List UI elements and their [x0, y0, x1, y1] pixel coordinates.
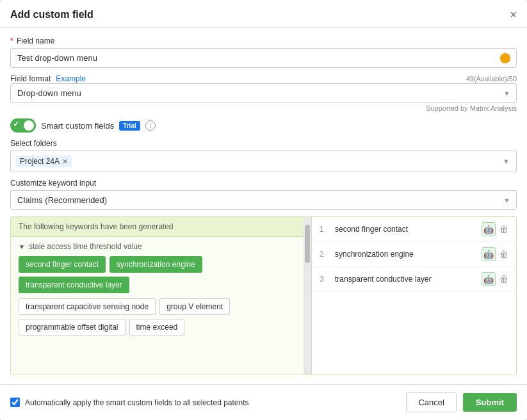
field-format-select-wrapper: Drop-down menu ▼	[10, 83, 517, 103]
folders-tag-input[interactable]: Project 24A ✕ ▼	[10, 150, 517, 172]
keyword-tag-unselected-4[interactable]: time exceed	[129, 319, 185, 335]
toggle-track[interactable]	[10, 118, 36, 133]
modal-header: Add custom field ×	[0, 0, 527, 28]
chevron-down-icon: ▼	[19, 243, 25, 250]
item-text-3: transparent conductive layer	[335, 275, 476, 284]
item-number-1: 1	[320, 225, 330, 234]
folders-dropdown-arrow-icon: ▼	[503, 158, 510, 165]
field-format-select[interactable]: Drop-down menu	[10, 83, 517, 103]
trash-icon-1[interactable]: 🗑	[499, 224, 508, 234]
robot-icon-2[interactable]: 🤖	[482, 247, 496, 261]
auto-apply-label: Automatically apply the smart custom fie…	[25, 398, 249, 407]
item-text-1: second finger contact	[335, 225, 476, 234]
robot-icon-3[interactable]: 🤖	[482, 272, 496, 286]
item-actions-1: 🤖 🗑	[482, 222, 508, 236]
select-folders-label: Select folders	[10, 139, 517, 148]
example-link[interactable]: Example	[56, 74, 86, 83]
field-name-label: * Field name	[10, 36, 517, 45]
add-custom-field-modal: Add custom field × * Field name Field fo…	[0, 0, 527, 420]
keyword-tag-selected-2[interactable]: synchronization engine	[109, 256, 202, 273]
trash-icon-2[interactable]: 🗑	[499, 249, 508, 259]
keyword-tag-unselected-3[interactable]: programmable offset digital	[19, 319, 126, 335]
toggle-knob	[24, 120, 34, 131]
robot-icon-1[interactable]: 🤖	[482, 222, 496, 236]
modal-title: Add custom field	[10, 9, 93, 20]
info-icon[interactable]: i	[145, 120, 156, 131]
smart-fields-label: Smart custom fields	[41, 121, 114, 131]
item-text-2: synchronization engine	[335, 250, 476, 259]
keywords-content: ▼ stale access time threshold value seco…	[11, 237, 311, 346]
keywords-group-header[interactable]: ▼ stale access time threshold value	[19, 242, 304, 251]
available-count: 49(Available)/50	[466, 75, 517, 83]
folder-tag-close[interactable]: ✕	[62, 158, 68, 166]
smart-fields-row: Smart custom fields Trial i	[10, 118, 517, 133]
keyword-input-select[interactable]: Claims (Recommended)	[10, 190, 517, 210]
keyword-list-item-1: 1 second finger contact 🤖 🗑	[312, 217, 516, 242]
field-name-section: * Field name	[10, 36, 517, 68]
footer-checkbox-row: Automatically apply the smart custom fie…	[10, 398, 400, 407]
cancel-button[interactable]: Cancel	[406, 392, 456, 412]
unselected-keyword-tags: transparent capacitive sensing node grou…	[19, 298, 304, 335]
close-button[interactable]: ×	[510, 9, 517, 20]
submit-button[interactable]: Submit	[463, 393, 517, 412]
item-actions-2: 🤖 🗑	[482, 247, 508, 261]
field-format-section: Field format Example 49(Available)/50 Dr…	[10, 74, 517, 112]
trial-badge: Trial	[119, 121, 140, 131]
trash-icon-3[interactable]: 🗑	[499, 274, 508, 284]
keyword-input-section: Customize keyword input Claims (Recommen…	[10, 179, 517, 210]
keywords-group-label: stale access time threshold value	[29, 242, 142, 251]
scrollbar-thumb[interactable]	[305, 225, 310, 263]
field-format-header-row: Field format Example 49(Available)/50	[10, 74, 517, 83]
modal-footer: Automatically apply the smart custom fie…	[0, 384, 527, 420]
keywords-section: The following keywords have been generat…	[10, 216, 517, 375]
keyword-tag-unselected-2[interactable]: group V element	[159, 298, 230, 315]
field-name-input-wrapper	[10, 48, 517, 68]
keyword-input-select-wrapper: Claims (Recommended) ▼	[10, 190, 517, 210]
dot-icon	[500, 53, 510, 63]
select-folders-section: Select folders Project 24A ✕ ▼	[10, 139, 517, 172]
item-number-3: 3	[320, 275, 330, 284]
required-star: *	[10, 36, 13, 45]
smart-fields-toggle[interactable]	[10, 118, 36, 133]
scrollbar-track	[304, 217, 311, 375]
keyword-tag-selected-3[interactable]: transparent conductive layer	[19, 277, 129, 293]
keyword-tag-selected-1[interactable]: second finger contact	[19, 256, 106, 273]
keywords-right-panel: 1 second finger contact 🤖 🗑 2 synchroniz…	[311, 217, 516, 375]
keyword-list-item-3: 3 transparent conductive layer 🤖 🗑	[312, 267, 516, 292]
modal-body: * Field name Field format Example 49(Ava…	[0, 28, 527, 384]
field-name-input[interactable]	[10, 48, 517, 68]
folder-tag: Project 24A ✕	[16, 156, 72, 167]
field-format-label: Field format	[10, 74, 51, 83]
selected-keyword-tags: second finger contact synchronization en…	[19, 256, 304, 293]
keywords-left-panel: The following keywords have been generat…	[11, 217, 311, 375]
item-number-2: 2	[320, 250, 330, 259]
supported-text: Supported by Matrix Analysis	[10, 104, 517, 112]
keyword-input-label: Customize keyword input	[10, 179, 517, 188]
auto-apply-checkbox[interactable]	[10, 398, 20, 407]
folder-tag-text: Project 24A	[20, 157, 60, 166]
keyword-tag-unselected-1[interactable]: transparent capacitive sensing node	[19, 298, 156, 315]
keyword-list-item-2: 2 synchronization engine 🤖 🗑	[312, 242, 516, 267]
item-actions-3: 🤖 🗑	[482, 272, 508, 286]
keywords-header: The following keywords have been generat…	[11, 217, 311, 237]
